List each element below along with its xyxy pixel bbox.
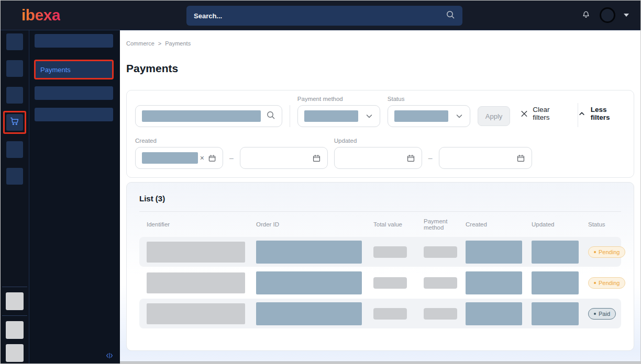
less-filters-toggle[interactable]: Less filters [578,106,625,121]
redacted-created [466,302,522,325]
updated-label: Updated [334,138,422,144]
search-icon[interactable] [446,10,455,21]
updated-to-input[interactable] [439,147,532,169]
redacted-created [466,241,522,264]
rail-nav-item[interactable] [6,60,23,77]
global-search[interactable] [186,6,462,26]
calendar-icon[interactable] [406,154,415,163]
calendar-icon[interactable] [312,154,321,163]
redacted-order-id [256,271,362,294]
breadcrumb-item[interactable]: Commerce [126,40,154,47]
status-badge: Paid [588,308,616,320]
range-separator: – [428,154,433,162]
redacted-search-value [142,110,261,122]
rail-bottom-group [1,284,29,364]
collapse-panel-icon[interactable] [105,351,114,362]
avatar[interactable] [600,7,615,23]
redacted-payment-method [424,308,457,320]
apply-button[interactable]: Apply [478,106,511,126]
sidebar-item-label: Payments [40,66,71,74]
breadcrumb: Commerce > Payments [120,30,640,47]
table-row[interactable]: Paid [139,299,621,328]
redacted-selected-value [304,110,358,122]
column-header: Order ID [256,221,366,228]
redacted-created [466,271,522,294]
main-content: Commerce > Payments Payments [120,30,640,364]
less-filters-label: Less filters [591,106,625,121]
body: Payments Commerce > Payments Payments [1,30,640,364]
updated-from-input[interactable] [334,147,422,169]
caret-down-icon[interactable] [624,14,629,17]
status-dot-icon [594,282,596,284]
table-row[interactable]: Pending [139,237,621,267]
payments-list-card: List (3) Identifier Order ID Total value… [126,182,634,351]
created-range-group: Created × [135,138,223,169]
table-row[interactable]: Pending [139,268,621,298]
ibexa-logo: ibexa [21,7,60,23]
redacted-order-id [256,302,362,325]
payment-method-label: Payment method [297,96,380,102]
topbar-right [581,7,629,23]
sidebar-menu-item[interactable] [35,86,113,100]
status-badge: Pending [588,277,625,289]
rail-bottom-item[interactable] [6,292,24,310]
redacted-payment-method [424,246,457,258]
status-badge: Pending [588,246,625,258]
payment-method-select[interactable] [297,105,380,127]
created-label: Created [135,138,223,144]
topbar: ibexa [1,1,640,30]
column-header: Updated [532,221,581,228]
calendar-icon[interactable] [208,154,216,163]
horizontal-scrollbar[interactable] [120,361,640,364]
sidebar-item-payments-active[interactable]: Payments [34,60,114,79]
rail-bottom-item[interactable] [6,344,24,362]
status-label: Status [388,96,470,102]
range-separator: – [229,154,234,162]
rail-nav-item[interactable] [6,168,23,185]
rail-bottom-item[interactable] [6,321,24,339]
rail-nav-item[interactable] [6,87,23,104]
rail-nav-item-commerce-active[interactable] [3,111,26,134]
search-icon[interactable] [266,110,275,122]
payment-method-filter: Payment method [297,96,380,127]
created-from-input[interactable]: × [135,147,223,169]
clear-filters-button[interactable]: Clear filters [521,106,566,121]
bell-icon[interactable] [581,9,591,21]
breadcrumb-item[interactable]: Payments [165,40,191,47]
redacted-updated [532,302,579,325]
column-header: Identifier [147,221,249,228]
clear-date-icon[interactable]: × [200,154,204,162]
status-dot-icon [594,251,596,253]
filter-search-input[interactable] [135,105,282,127]
status-dot-icon [594,313,596,315]
table-header-row: Identifier Order ID Total value Payment … [139,212,621,237]
rail-nav-item[interactable] [6,141,23,158]
redacted-date-value [142,152,198,164]
page-title: Payments [126,62,640,75]
sidebar-menu-item[interactable] [35,108,113,121]
redacted-identifier [147,272,245,293]
created-to-input[interactable] [240,147,328,169]
status-select[interactable] [388,105,470,127]
redacted-total-value [373,246,407,258]
rail-divider [2,315,27,316]
updated-range-group: Updated [334,138,422,169]
column-header: Created [466,221,524,228]
redacted-order-id [256,241,362,264]
chevron-down-icon [455,112,463,120]
sidebar-menu-item[interactable] [35,34,113,48]
search-input[interactable] [194,12,446,20]
redacted-identifier [147,303,245,324]
caret-up-icon [578,110,585,118]
redacted-selected-value [394,110,448,122]
breadcrumb-separator: > [158,40,161,47]
rail-nav-item[interactable] [6,33,23,50]
app-window: ibexa [0,0,641,364]
status-filter: Status [388,96,470,127]
filters-panel: Payment method Status [126,90,634,178]
rail-divider [2,287,27,287]
calendar-icon[interactable] [516,154,525,163]
vertical-divider [290,105,290,127]
redacted-total-value [373,277,407,289]
clear-x-icon [521,110,528,118]
